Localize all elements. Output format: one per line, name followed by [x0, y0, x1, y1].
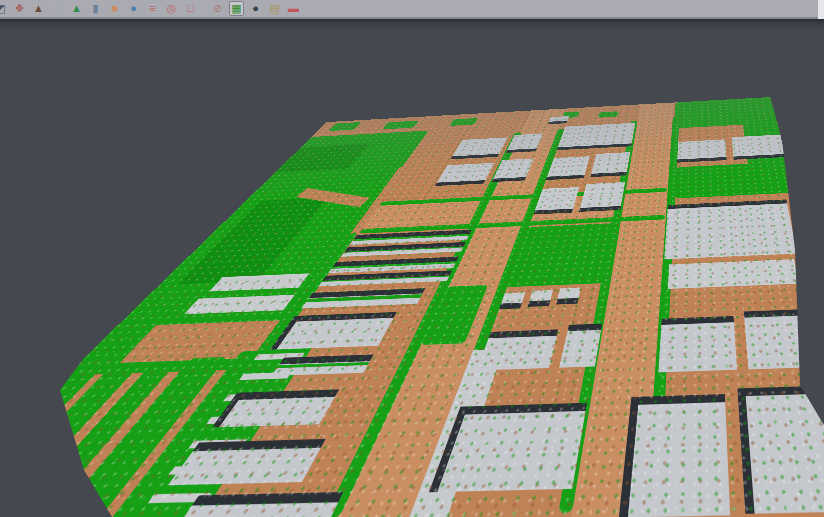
building-roof: [559, 324, 602, 368]
region-box-icon[interactable]: □: [183, 1, 198, 16]
marker-disabled-icon[interactable]: ⊘: [210, 1, 225, 16]
circle-select-icon[interactable]: ◎: [164, 1, 179, 16]
building-roof: [546, 156, 590, 180]
building-roof: [301, 288, 425, 308]
vegetation-patch: [449, 118, 478, 126]
vegetation-patch: [328, 122, 361, 131]
point-cloud-icon[interactable]: ∴: [50, 1, 65, 16]
building-roof: [579, 182, 625, 212]
orthophoto-icon[interactable]: ■: [107, 1, 122, 16]
paved-area: [528, 290, 554, 307]
viewport-top-shade: [0, 21, 824, 31]
paved-area: [556, 288, 581, 305]
building-roof: [590, 152, 630, 177]
terrain-model: [0, 21, 824, 517]
building-roof: [319, 270, 453, 286]
building-roof: [435, 163, 494, 186]
vegetation-patch: [382, 121, 419, 130]
building-roof: [677, 139, 727, 162]
vegetation-patch: [675, 162, 793, 199]
navigate-icon[interactable]: ❖: [12, 1, 27, 16]
vegetation-patch: [598, 111, 619, 117]
dem-icon[interactable]: ▲: [69, 1, 84, 16]
building-roof: [450, 137, 507, 159]
camera-icon[interactable]: ●: [248, 1, 263, 16]
ruler-icon[interactable]: ▮: [88, 1, 103, 16]
application-window: { "app": { "toolbar": { "background": "#…: [0, 0, 824, 517]
building-roof: [732, 135, 786, 160]
window-edge-highlight: [818, 0, 824, 19]
building-roof: [664, 199, 797, 259]
select-tool-icon[interactable]: ◩: [0, 1, 8, 16]
report-icon[interactable]: ▤: [267, 1, 282, 16]
toolbar: ◩❖▲∴▲▮■●≡◎□⊘▦●▤▬: [0, 0, 824, 19]
toolbar-separator: [202, 1, 210, 16]
globe-icon[interactable]: ●: [126, 1, 141, 16]
paved-area: [499, 292, 525, 309]
building-roof: [744, 309, 824, 370]
flag-icon[interactable]: ▬: [286, 1, 301, 16]
building-roof: [619, 394, 730, 517]
building-roof: [557, 123, 636, 150]
building-roof: [658, 316, 737, 372]
building-roof: [737, 385, 824, 514]
3d-viewport[interactable]: [0, 21, 824, 517]
terrain-model-icon[interactable]: ▲: [31, 1, 46, 16]
building-roof: [477, 329, 559, 370]
terrain-plane: [0, 97, 824, 517]
layers-list-icon[interactable]: ≡: [145, 1, 160, 16]
building-roof: [548, 116, 569, 124]
classification-view-icon[interactable]: ▦: [229, 1, 244, 16]
building-roof: [271, 354, 373, 375]
paved-area: [668, 259, 799, 289]
